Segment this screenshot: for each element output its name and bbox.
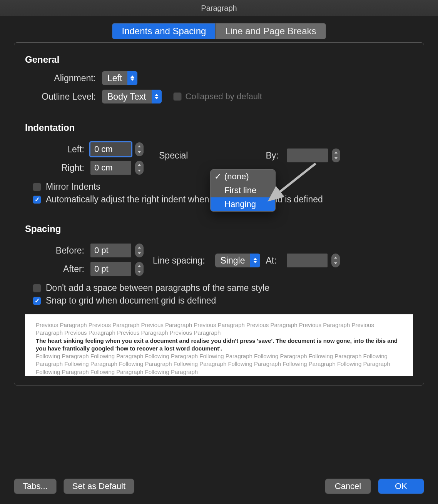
- special-label: Special: [159, 150, 192, 161]
- tab-line-page-breaks[interactable]: Line and Page Breaks: [216, 23, 326, 39]
- line-spacing-label: Line spacing:: [153, 255, 210, 266]
- indent-left-value[interactable]: 0 cm: [90, 142, 131, 156]
- tabs-button[interactable]: Tabs...: [14, 479, 57, 494]
- at-label: At:: [266, 255, 281, 266]
- svg-line-0: [269, 164, 316, 200]
- after-label: After:: [25, 264, 90, 274]
- indent-left-label: Left:: [25, 144, 90, 155]
- indent-left-field[interactable]: 0 cm: [90, 142, 144, 156]
- preview-previous-text: Previous Paragraph Previous Paragraph Pr…: [36, 321, 402, 337]
- collapsed-label: Collapsed by default: [186, 92, 262, 102]
- snap-to-grid-label: Snap to grid when document grid is defin…: [46, 295, 216, 306]
- by-stepper[interactable]: [332, 149, 340, 162]
- by-value[interactable]: [287, 149, 328, 162]
- after-stepper[interactable]: [135, 262, 144, 276]
- auto-adjust-indent-checkbox[interactable]: [33, 195, 41, 204]
- tab-indents-spacing[interactable]: Indents and Spacing: [112, 23, 216, 39]
- before-label: Before:: [25, 245, 90, 256]
- indent-right-value[interactable]: 0 cm: [90, 161, 131, 175]
- at-value[interactable]: [287, 254, 328, 267]
- at-field[interactable]: [287, 254, 340, 267]
- cancel-button[interactable]: Cancel: [325, 479, 371, 494]
- snap-to-grid-checkbox[interactable]: [33, 297, 41, 305]
- section-spacing: Spacing: [25, 224, 413, 234]
- after-field[interactable]: 0 pt: [90, 262, 144, 276]
- before-value[interactable]: 0 pt: [90, 244, 131, 257]
- chevron-updown-icon: [127, 71, 137, 85]
- outline-level-select[interactable]: Body Text: [102, 90, 162, 103]
- section-general: General: [25, 54, 413, 65]
- by-field[interactable]: [287, 149, 340, 162]
- mirror-indents-checkbox[interactable]: [33, 183, 41, 191]
- line-spacing-value: Single: [215, 255, 251, 266]
- at-stepper[interactable]: [331, 254, 340, 267]
- dont-add-space-label: Don't add a space between paragraphs of …: [46, 283, 269, 293]
- preview-following-text: Following Paragraph Following Paragraph …: [36, 352, 402, 376]
- tab-strip: Indents and Spacing Line and Page Breaks: [14, 23, 424, 39]
- before-stepper[interactable]: [135, 244, 144, 257]
- window-title: Paragraph: [0, 0, 438, 16]
- dont-add-space-checkbox[interactable]: [33, 284, 41, 292]
- indent-left-stepper[interactable]: [135, 142, 144, 156]
- by-label: By:: [266, 150, 283, 161]
- chevron-updown-icon: [250, 254, 260, 267]
- indent-right-stepper[interactable]: [135, 161, 144, 175]
- outline-label: Outline Level:: [25, 92, 102, 102]
- indent-right-field[interactable]: 0 cm: [90, 161, 144, 175]
- outline-value: Body Text: [102, 92, 152, 102]
- after-value[interactable]: 0 pt: [90, 262, 131, 276]
- set-as-default-button[interactable]: Set as Default: [64, 479, 134, 494]
- annotation-arrow-icon: [266, 162, 323, 212]
- preview-current-text: The heart sinking feeling when you exit …: [36, 337, 402, 353]
- mirror-indents-label: Mirror Indents: [46, 182, 100, 192]
- ok-button[interactable]: OK: [378, 479, 424, 494]
- indent-right-label: Right:: [25, 163, 90, 173]
- chevron-updown-icon: [152, 90, 162, 103]
- alignment-value: Left: [102, 73, 127, 83]
- collapsed-checkbox: [173, 92, 182, 101]
- alignment-select[interactable]: Left: [102, 71, 137, 85]
- preview-pane: Previous Paragraph Previous Paragraph Pr…: [25, 314, 413, 376]
- line-spacing-select[interactable]: Single: [215, 254, 261, 267]
- before-field[interactable]: 0 pt: [90, 244, 144, 257]
- alignment-label: Alignment:: [25, 73, 102, 83]
- section-indentation: Indentation: [25, 122, 413, 133]
